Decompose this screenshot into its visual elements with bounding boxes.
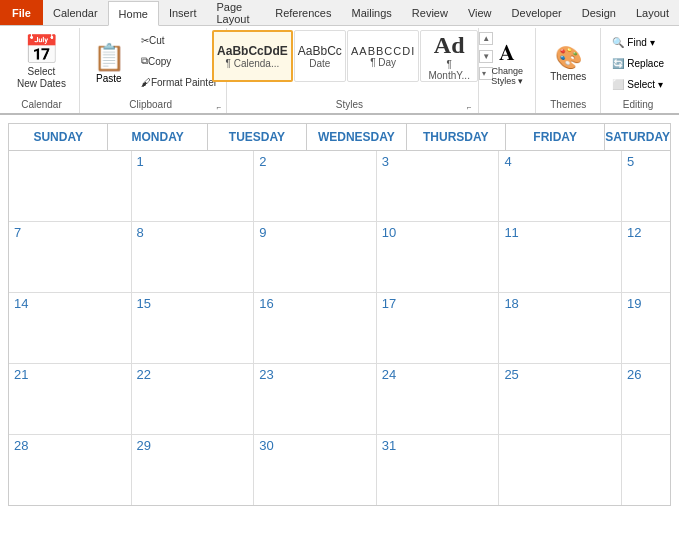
- cell-w3-sat[interactable]: 19: [622, 293, 670, 363]
- cell-w4-sat[interactable]: 26: [622, 364, 670, 434]
- cell-w3-wed[interactable]: 17: [377, 293, 500, 363]
- select-button[interactable]: ⬜ Select ▾: [607, 74, 669, 94]
- header-monday: MONDAY: [108, 124, 207, 150]
- day-number: 16: [259, 296, 273, 311]
- day-number: 30: [259, 438, 273, 453]
- tab-layout[interactable]: Layout: [626, 0, 679, 25]
- cell-w2-sat[interactable]: 12: [622, 222, 670, 292]
- clipboard-label-row: Clipboard ⌐: [86, 96, 222, 113]
- cell-w2-wed[interactable]: 10: [377, 222, 500, 292]
- style-sample-day[interactable]: AABBCCDI ¶ Day: [347, 30, 419, 82]
- file-tab[interactable]: File: [0, 0, 43, 25]
- change-styles-label: ChangeStyles ▾: [491, 66, 523, 86]
- cell-w4-wed[interactable]: 24: [377, 364, 500, 434]
- format-painter-icon: 🖌: [141, 77, 151, 88]
- select-new-dates-button[interactable]: 📅 SelectNew Dates: [10, 30, 73, 96]
- tab-mailings[interactable]: Mailings: [341, 0, 401, 25]
- tab-references[interactable]: References: [265, 0, 341, 25]
- cell-w1-mon[interactable]: 1: [132, 151, 255, 221]
- cell-w2-mon[interactable]: 8: [132, 222, 255, 292]
- header-tuesday: TUESDAY: [208, 124, 307, 150]
- cut-button[interactable]: ✂ Cut: [136, 30, 222, 50]
- day-number: 9: [259, 225, 266, 240]
- day-number: 1: [137, 154, 144, 169]
- week-row-4: 21 22 23 24 25 26: [9, 364, 670, 435]
- style-name-day: ¶ Day: [370, 57, 396, 68]
- cell-w3-mon[interactable]: 15: [132, 293, 255, 363]
- cell-w1-thu[interactable]: 4: [499, 151, 622, 221]
- cell-w2-thu[interactable]: 11: [499, 222, 622, 292]
- day-number: 25: [504, 367, 518, 382]
- tab-home[interactable]: Home: [108, 1, 159, 26]
- cell-w4-thu[interactable]: 25: [499, 364, 622, 434]
- paste-button[interactable]: 📋 Paste: [86, 30, 132, 96]
- day-number: 18: [504, 296, 518, 311]
- tab-insert[interactable]: Insert: [159, 0, 207, 25]
- cell-w5-tue[interactable]: 30: [254, 435, 377, 505]
- change-styles-content: 𝐀 ChangeStyles ▾: [485, 30, 529, 96]
- day-number: 19: [627, 296, 641, 311]
- select-icon: ⬜: [612, 79, 624, 90]
- tab-page-layout[interactable]: Page Layout: [206, 0, 265, 25]
- cell-w3-thu[interactable]: 18: [499, 293, 622, 363]
- day-number: 21: [14, 367, 28, 382]
- themes-label: Themes: [550, 71, 586, 82]
- day-number: 31: [382, 438, 396, 453]
- tab-review[interactable]: Review: [402, 0, 458, 25]
- cell-w2-sun[interactable]: 7: [9, 222, 132, 292]
- cell-w5-thu[interactable]: [499, 435, 622, 505]
- styles-group-label: Styles: [233, 96, 466, 113]
- cell-w5-mon[interactable]: 29: [132, 435, 255, 505]
- group-calendar: 📅 SelectNew Dates Calendar: [4, 28, 80, 113]
- day-number: 12: [627, 225, 641, 240]
- styles-launcher[interactable]: ⌐: [466, 102, 473, 113]
- style-sample-calendar[interactable]: AaBbCcDdE ¶ Calenda...: [212, 30, 292, 82]
- format-painter-button[interactable]: 🖌 Format Painter: [136, 72, 222, 92]
- calendar-icon: 📅: [24, 36, 59, 64]
- cell-w4-tue[interactable]: 23: [254, 364, 377, 434]
- calendar-group-label: Calendar: [21, 96, 62, 113]
- cell-w5-sun[interactable]: 28: [9, 435, 132, 505]
- replace-button[interactable]: 🔄 Replace: [607, 53, 669, 73]
- day-number: 15: [137, 296, 151, 311]
- cell-w1-tue[interactable]: 2: [254, 151, 377, 221]
- cell-w3-sun[interactable]: 14: [9, 293, 132, 363]
- find-button[interactable]: 🔍 Find ▾: [607, 32, 669, 52]
- style-sample-date[interactable]: AaBbCc Date: [294, 30, 347, 82]
- cell-w4-sun[interactable]: 21: [9, 364, 132, 434]
- find-icon: 🔍: [612, 37, 624, 48]
- calendar-container: SUNDAY MONDAY TUESDAY WEDNESDAY THURSDAY…: [8, 123, 671, 506]
- style-preview-date: AaBbCc: [298, 44, 342, 58]
- clipboard-launcher[interactable]: ⌐: [215, 102, 222, 113]
- cell-w5-wed[interactable]: 31: [377, 435, 500, 505]
- cell-w3-tue[interactable]: 16: [254, 293, 377, 363]
- paste-label: Paste: [96, 73, 122, 84]
- styles-group-content: AaBbCcDdE ¶ Calenda... AaBbCc Date AABBC…: [212, 30, 493, 96]
- cell-w4-mon[interactable]: 22: [132, 364, 255, 434]
- themes-button[interactable]: 🎨 Themes: [542, 30, 594, 96]
- tab-developer[interactable]: Developer: [502, 0, 572, 25]
- cut-icon: ✂: [141, 35, 149, 46]
- copy-label: Copy: [148, 56, 171, 67]
- cell-w1-sat[interactable]: 5: [622, 151, 670, 221]
- cell-w2-tue[interactable]: 9: [254, 222, 377, 292]
- tab-calendar[interactable]: Calendar: [43, 0, 108, 25]
- cell-w1-wed[interactable]: 3: [377, 151, 500, 221]
- editing-group-content: 🔍 Find ▾ 🔄 Replace ⬜ Select ▾: [607, 30, 669, 96]
- select-new-dates-label: SelectNew Dates: [17, 66, 66, 90]
- group-change-styles: 𝐀 ChangeStyles ▾: [479, 28, 536, 113]
- tab-view[interactable]: View: [458, 0, 502, 25]
- editing-buttons: 🔍 Find ▾ 🔄 Replace ⬜ Select ▾: [607, 30, 669, 94]
- group-styles: AaBbCcDdE ¶ Calenda... AaBbCc Date AABBC…: [227, 28, 479, 113]
- cell-w5-sat[interactable]: [622, 435, 670, 505]
- week-row-2: 7 8 9 10 11 12: [9, 222, 670, 293]
- tab-design[interactable]: Design: [572, 0, 626, 25]
- copy-button[interactable]: ⧉ Copy: [136, 51, 222, 71]
- clipboard-small-buttons: ✂ Cut ⧉ Copy 🖌 Format Painter: [136, 30, 222, 92]
- change-styles-button[interactable]: 𝐀 ChangeStyles ▾: [485, 30, 529, 96]
- day-number: 7: [14, 225, 21, 240]
- style-sample-month[interactable]: Ad ¶ MonthY...: [420, 30, 478, 82]
- themes-group-label: Themes: [550, 96, 586, 113]
- week-row-5: 28 29 30 31: [9, 435, 670, 505]
- cell-w1-sun[interactable]: [9, 151, 132, 221]
